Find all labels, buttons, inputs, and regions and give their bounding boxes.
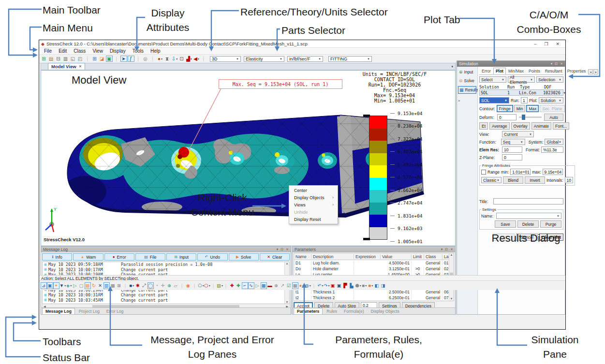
simulation-tab[interactable]: Resultant (543, 68, 565, 74)
tab-list-dropdown-icon[interactable]: ▾ (451, 65, 453, 69)
pin-icon[interactable]: ▾ (441, 248, 443, 251)
plot-option-button[interactable]: Font... (553, 122, 569, 130)
toolbar-icon[interactable]: ▦ (261, 282, 267, 289)
log-filter-button[interactable]: ▤File (135, 253, 165, 261)
plot-option-button[interactable]: Average (489, 122, 510, 130)
toolbar-icon[interactable]: ⬢▾ (355, 282, 361, 289)
toolbar-icon[interactable]: ⊕ (273, 282, 280, 289)
toolbar-icon[interactable]: ☑ (286, 282, 292, 289)
dimension-selector[interactable]: 3D▼ (210, 56, 241, 62)
deform-input[interactable]: 0 (497, 114, 516, 120)
fringe-style-combo[interactable]: Classic▼ (481, 177, 502, 183)
max-input[interactable]: 9.15e+04 (543, 169, 563, 175)
log-pane-tab[interactable]: Project Log (76, 308, 103, 314)
toolbar-icon[interactable]: ⊞ (41, 56, 47, 62)
plot-option-button[interactable]: Overlay (511, 122, 530, 130)
close-icon[interactable]: ✕ (560, 62, 563, 66)
float-icon[interactable]: ⊡ (280, 248, 283, 251)
toolbar-icon[interactable]: ◧ (374, 282, 380, 289)
toolbar-icon[interactable]: ✚ (236, 282, 242, 289)
toolbar-icon[interactable]: ■▾ (129, 282, 135, 289)
toolbar-icon[interactable]: ⊕ (166, 282, 173, 289)
toolbar-icon[interactable]: ■▾ (368, 282, 374, 289)
toolbar-icon[interactable]: ▥ (103, 282, 110, 289)
side-more-button[interactable]: » (458, 99, 476, 103)
toolbar-icon[interactable]: ▣ (336, 282, 342, 289)
title-input[interactable] (493, 198, 563, 204)
log-filter-button[interactable]: ▲Warn (73, 253, 103, 261)
context-menu-item[interactable]: Display Reset (289, 216, 338, 223)
toolbar-icon[interactable]: ◯ (148, 282, 154, 289)
units-selector[interactable]: in/lbf/sec/F▼ (287, 56, 323, 62)
tab-close-icon[interactable]: ✕ (79, 64, 82, 69)
view-combo[interactable]: Current▼ (502, 131, 534, 137)
caom-combo[interactable]: Select▼ (479, 76, 506, 83)
settings-button[interactable]: Delete (517, 220, 539, 228)
toolbar-icon[interactable]: ⧗ (164, 56, 171, 62)
log-pane-tab[interactable]: Message Log (42, 308, 75, 314)
toolbar-icon[interactable]: | (113, 56, 120, 62)
toolbar-icon[interactable]: ▟▾ (186, 56, 192, 62)
simulation-side-button[interactable]: ⊖Solve (458, 77, 476, 84)
settings-button[interactable]: Save (495, 220, 516, 228)
close-icon[interactable]: ✕ (450, 248, 453, 251)
pin-icon[interactable]: ▾ (551, 62, 553, 66)
slider-thumb[interactable] (522, 115, 525, 120)
toolbar-icon[interactable]: ➤ (120, 56, 127, 62)
toolbar-icon[interactable]: ⊡ (178, 56, 185, 62)
log-filter-button[interactable]: ✕Clear (260, 253, 290, 261)
log-filter-button[interactable]: ●Error (104, 253, 134, 261)
system-combo[interactable]: Global▼ (545, 139, 563, 145)
toolbar-icon[interactable]: | (200, 56, 207, 62)
toolbar-icon[interactable]: ⬡▾ (204, 282, 210, 289)
log-filter-button[interactable]: ⊞Input (166, 253, 196, 261)
log-filter-button[interactable]: ▶Solve (229, 253, 259, 261)
log-filter-button[interactable]: ↶Undo (197, 253, 227, 261)
toolbar-icon[interactable]: ∿ (248, 282, 254, 289)
log-row[interactable]: ⊞May 10 2023 10:00:31AMChange current pa… (43, 292, 289, 298)
parameters-pane-tab[interactable]: Formula(e) (341, 308, 367, 314)
menu-item[interactable]: Tools (130, 48, 147, 54)
toolbar-icon[interactable]: ◨ (380, 282, 386, 289)
parameters-pane-tab[interactable]: Parameters (294, 308, 323, 314)
log-row[interactable]: ⊞May 10 2023 09:59:18AMParasolid session… (43, 262, 289, 267)
toolbar-icon[interactable]: ▤ (48, 56, 55, 62)
simulation-side-button[interactable]: ▦Results (458, 86, 476, 94)
simulation-tab[interactable]: Points (526, 68, 543, 74)
toolbar-icon[interactable]: | (179, 282, 185, 289)
context-menu-item[interactable]: Display Objects› (289, 194, 338, 201)
toolbar-icon[interactable]: ✱ (135, 282, 141, 289)
minimize-button[interactable]: – (534, 42, 536, 46)
toolbar-icon[interactable]: | (84, 56, 91, 62)
toolbar-icon[interactable]: ◉ (185, 282, 192, 289)
toolbar-icon[interactable]: ▨▾ (217, 282, 223, 289)
toolbar-icon[interactable]: | (135, 56, 142, 62)
toolbar-icon[interactable]: ▣ (106, 56, 113, 62)
context-menu-item[interactable]: Center (289, 187, 338, 194)
toolbar-icon[interactable]: ↶▾ (317, 282, 324, 289)
toolbar-icon[interactable]: ◪ (99, 56, 105, 62)
toolbar-icon[interactable]: ▦ (110, 282, 116, 289)
simulation-tab[interactable]: Min/Max (506, 68, 526, 74)
name-combo[interactable]: ▼ (496, 213, 561, 219)
context-menu-item[interactable]: Unhide (289, 208, 338, 216)
contour-button[interactable]: Fringe (497, 105, 513, 112)
toolbar-icon[interactable]: ▣ (47, 282, 53, 289)
log-filter-button[interactable]: ℹInfo (42, 253, 72, 261)
maximize-button[interactable]: ❐ (544, 42, 548, 46)
toolbar-icon[interactable]: ▬ (267, 282, 273, 289)
toolbar-icon[interactable]: ▙ (349, 282, 355, 289)
min-input[interactable]: 1.01e+01 (510, 169, 531, 175)
toolbar-icon[interactable]: ▷ (72, 282, 78, 289)
toolbar-icon[interactable]: ↻ (91, 282, 97, 289)
intervals-input[interactable]: 10 (565, 177, 573, 183)
close-icon[interactable]: ✕ (286, 248, 289, 251)
column-header[interactable]: Description (311, 254, 354, 259)
column-header[interactable]: Class (424, 254, 443, 259)
toolbar-icon[interactable]: ▛ (342, 282, 349, 289)
theory-selector[interactable]: Elasticity▼ (244, 56, 284, 62)
toolbar-icon[interactable]: ▷ (254, 282, 261, 289)
simulation-tab[interactable]: Properties (565, 68, 589, 74)
run-input[interactable]: 1 (521, 97, 528, 103)
toolbar-icon[interactable]: ⊞ (91, 56, 98, 62)
